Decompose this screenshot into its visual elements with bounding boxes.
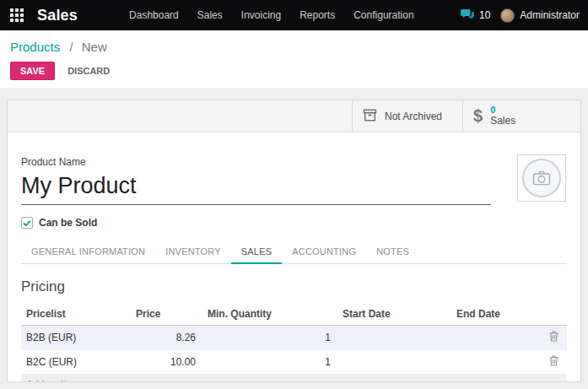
page-background: Not Archived $ 0 Sales Product Name xyxy=(0,88,588,389)
cell-end-date[interactable] xyxy=(451,326,536,350)
col-end-date[interactable]: End Date xyxy=(451,303,536,326)
top-menu: Dashboard Sales Invoicing Reports Config… xyxy=(120,0,423,30)
form-action-buttons: SAVE DISCARD xyxy=(10,62,578,80)
product-name-label: Product Name xyxy=(21,156,567,168)
sales-stat-text: 0 Sales xyxy=(490,105,515,127)
cell-price[interactable]: 10.00 xyxy=(131,350,202,375)
can-be-sold-checkbox[interactable] xyxy=(21,217,33,229)
menu-item-configuration[interactable]: Configuration xyxy=(344,0,423,30)
sales-stat-button[interactable]: $ 0 Sales xyxy=(462,100,580,132)
archive-box-icon xyxy=(363,109,377,124)
form-statusbar: Not Archived $ 0 Sales xyxy=(8,100,580,132)
delete-row-icon[interactable] xyxy=(549,331,558,342)
dollar-icon: $ xyxy=(473,106,483,126)
col-pricelist[interactable]: Pricelist xyxy=(21,303,131,326)
cell-pricelist[interactable]: B2B (EUR) xyxy=(21,326,131,350)
cell-start-date[interactable] xyxy=(337,350,451,375)
cell-end-date[interactable] xyxy=(451,350,536,375)
cell-price[interactable]: 8.26 xyxy=(131,326,202,350)
tab-sales[interactable]: SALES xyxy=(231,240,282,264)
breadcrumb: Products / New xyxy=(10,40,578,54)
messages-count[interactable]: 10 xyxy=(479,9,490,21)
pricing-table: Pricelist Price Min. Quantity Start Date… xyxy=(21,303,567,382)
col-start-date[interactable]: Start Date xyxy=(337,303,451,326)
col-actions xyxy=(536,303,567,326)
add-item-row: Add an item xyxy=(21,374,567,382)
breadcrumb-products[interactable]: Products xyxy=(10,40,60,54)
topbar: Sales Dashboard Sales Invoicing Reports … xyxy=(0,0,588,30)
app-title: Sales xyxy=(37,7,78,24)
menu-item-invoicing[interactable]: Invoicing xyxy=(232,0,290,30)
user-menu[interactable]: Administrator xyxy=(520,9,580,21)
topbar-right: 10 Administrator xyxy=(460,8,580,23)
save-button[interactable]: SAVE xyxy=(10,62,55,80)
cell-min-quantity[interactable]: 1 xyxy=(202,350,337,375)
user-avatar[interactable] xyxy=(500,8,515,23)
col-price[interactable]: Price xyxy=(131,303,202,326)
breadcrumb-separator: / xyxy=(69,40,73,54)
table-header-row: Pricelist Price Min. Quantity Start Date… xyxy=(21,303,567,326)
sales-stat-label: Sales xyxy=(490,116,515,127)
menu-item-reports[interactable]: Reports xyxy=(290,0,344,30)
can-be-sold-label: Can be Sold xyxy=(39,217,97,229)
sheet-body: Product Name Can be Sold GENERAL INFORMA… xyxy=(8,132,580,382)
menu-item-dashboard[interactable]: Dashboard xyxy=(120,0,188,30)
cell-min-quantity[interactable]: 1 xyxy=(202,326,337,350)
cell-pricelist[interactable]: B2C (EUR) xyxy=(21,350,131,375)
discard-button[interactable]: DISCARD xyxy=(59,62,118,80)
control-panel: Products / New SAVE DISCARD xyxy=(0,30,588,88)
cell-start-date[interactable] xyxy=(337,326,451,350)
col-min-quantity[interactable]: Min. Quantity xyxy=(202,303,337,326)
tab-general-information[interactable]: GENERAL INFORMATION xyxy=(21,240,155,263)
product-image-placeholder[interactable] xyxy=(517,154,566,202)
table-row[interactable]: B2B (EUR) 8.26 1 xyxy=(21,326,567,350)
messages-icon[interactable] xyxy=(460,8,475,22)
apps-grid-icon[interactable] xyxy=(10,8,24,22)
breadcrumb-current: New xyxy=(82,40,107,54)
add-an-item-link[interactable]: Add an item xyxy=(26,379,80,382)
can-be-sold-row: Can be Sold xyxy=(21,217,567,229)
product-name-input[interactable] xyxy=(21,171,491,205)
tab-notes[interactable]: NOTES xyxy=(366,240,419,263)
tab-accounting[interactable]: ACCOUNTING xyxy=(282,240,366,263)
pricing-section-title: Pricing xyxy=(21,278,567,295)
notebook-tabs: GENERAL INFORMATION INVENTORY SALES ACCO… xyxy=(21,240,567,264)
menu-item-sales[interactable]: Sales xyxy=(188,0,232,30)
not-archived-button[interactable]: Not Archived xyxy=(352,100,462,132)
tab-inventory[interactable]: INVENTORY xyxy=(155,240,231,263)
camera-icon xyxy=(522,159,561,197)
delete-row-icon[interactable] xyxy=(549,355,558,366)
product-form-sheet: Not Archived $ 0 Sales Product Name xyxy=(7,100,581,382)
not-archived-label: Not Archived xyxy=(385,111,442,122)
table-row[interactable]: B2C (EUR) 10.00 1 xyxy=(21,350,567,375)
